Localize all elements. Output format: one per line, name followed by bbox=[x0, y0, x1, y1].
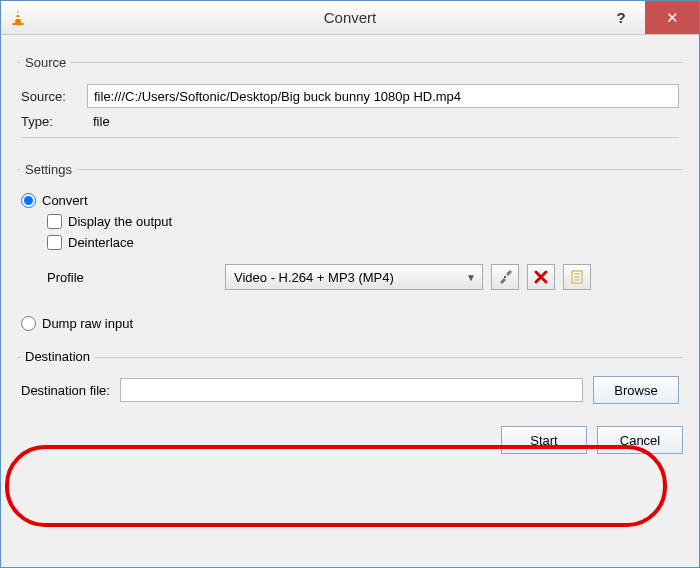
dump-radio[interactable]: Dump raw input bbox=[21, 316, 679, 331]
source-input[interactable] bbox=[87, 84, 679, 108]
type-label: Type: bbox=[21, 114, 87, 129]
settings-group: Settings Convert Display the output Dein… bbox=[17, 162, 683, 343]
wrench-icon bbox=[497, 269, 513, 285]
svg-rect-1 bbox=[16, 13, 20, 15]
source-legend: Source bbox=[21, 55, 70, 70]
svg-rect-2 bbox=[15, 17, 21, 19]
display-output-checkbox[interactable]: Display the output bbox=[47, 214, 679, 229]
display-output-label: Display the output bbox=[68, 214, 172, 229]
annotation-highlight bbox=[5, 445, 667, 527]
source-label: Source: bbox=[21, 89, 87, 104]
display-output-input[interactable] bbox=[47, 214, 62, 229]
destination-row: Destination file: Browse bbox=[21, 376, 679, 404]
destination-file-input[interactable] bbox=[120, 378, 583, 402]
start-button[interactable]: Start bbox=[501, 426, 587, 454]
dump-radio-input[interactable] bbox=[21, 316, 36, 331]
dialog-footer: Start Cancel bbox=[17, 418, 683, 454]
delete-profile-button[interactable] bbox=[527, 264, 555, 290]
profile-dropdown[interactable]: Video - H.264 + MP3 (MP4) ▼ bbox=[225, 264, 483, 290]
help-button[interactable]: ? bbox=[597, 1, 645, 34]
browse-button[interactable]: Browse bbox=[593, 376, 679, 404]
cancel-button[interactable]: Cancel bbox=[597, 426, 683, 454]
profile-value: Video - H.264 + MP3 (MP4) bbox=[234, 270, 394, 285]
chevron-down-icon: ▼ bbox=[466, 272, 476, 283]
profile-label: Profile bbox=[47, 270, 217, 285]
document-icon bbox=[569, 269, 585, 285]
destination-group: Destination Destination file: Browse bbox=[17, 357, 683, 418]
convert-dialog: Convert ? ✕ Source Source: Type: file Se… bbox=[0, 0, 700, 568]
close-button[interactable]: ✕ bbox=[645, 1, 699, 34]
dump-radio-label: Dump raw input bbox=[42, 316, 133, 331]
window-title: Convert bbox=[1, 9, 699, 26]
new-profile-button[interactable] bbox=[563, 264, 591, 290]
deinterlace-checkbox[interactable]: Deinterlace bbox=[47, 235, 679, 250]
source-group: Source Source: Type: file bbox=[17, 55, 683, 144]
destination-file-label: Destination file: bbox=[21, 383, 110, 398]
profile-row: Profile Video - H.264 + MP3 (MP4) ▼ bbox=[47, 264, 679, 290]
destination-legend: Destination bbox=[21, 349, 94, 364]
convert-radio-label: Convert bbox=[42, 193, 88, 208]
window-controls: ? ✕ bbox=[597, 1, 699, 34]
titlebar: Convert ? ✕ bbox=[1, 1, 699, 35]
vlc-cone-icon bbox=[9, 9, 27, 27]
type-row: Type: file bbox=[21, 112, 679, 131]
deinterlace-input[interactable] bbox=[47, 235, 62, 250]
type-value: file bbox=[87, 112, 116, 131]
svg-rect-3 bbox=[13, 23, 24, 25]
svg-rect-4 bbox=[504, 276, 506, 278]
edit-profile-button[interactable] bbox=[491, 264, 519, 290]
source-row: Source: bbox=[21, 84, 679, 108]
dialog-body: Source Source: Type: file Settings Conve… bbox=[1, 35, 699, 567]
convert-radio-input[interactable] bbox=[21, 193, 36, 208]
convert-radio[interactable]: Convert bbox=[21, 193, 679, 208]
divider bbox=[21, 137, 679, 138]
deinterlace-label: Deinterlace bbox=[68, 235, 134, 250]
settings-legend: Settings bbox=[21, 162, 76, 177]
x-icon bbox=[533, 269, 549, 285]
